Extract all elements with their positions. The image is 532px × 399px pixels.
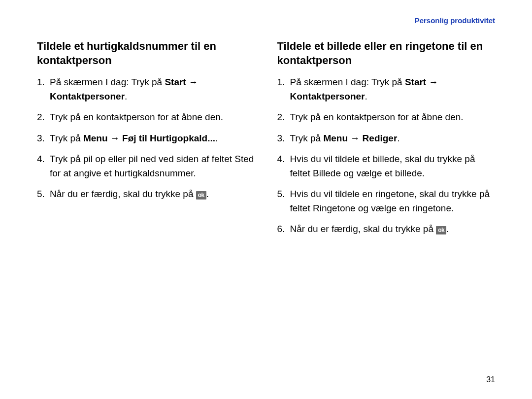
step-text: Tryk på pil op eller pil ned ved siden a… — [50, 154, 254, 178]
right-steps: 1. På skærmen I dag: Tryk på Start → Kon… — [277, 75, 498, 236]
list-item: 5. Når du er færdig, skal du trykke på o… — [37, 187, 258, 201]
step-number: 3. — [277, 132, 285, 146]
list-item: 1. På skærmen I dag: Tryk på Start → Kon… — [277, 75, 498, 103]
step-text: Hvis du vil tildele et billede, skal du … — [290, 154, 475, 178]
arrow-icon: → — [426, 77, 438, 87]
list-item: 1. På skærmen I dag: Tryk på Start → Kon… — [37, 75, 258, 103]
step-text: . — [397, 133, 399, 143]
step-number: 2. — [277, 110, 285, 125]
list-item: 2. Tryk på en kontaktperson for at åbne … — [277, 110, 498, 125]
step-bold: Føj til Hurtigopkald... — [122, 133, 215, 143]
step-number: 5. — [277, 187, 285, 201]
step-text: . — [206, 189, 209, 199]
content-columns: Tildele et hurtigkaldsnummer til en kont… — [0, 0, 532, 243]
step-text: Når du er færdig, skal du trykke på — [290, 224, 436, 234]
step-text: . — [446, 224, 449, 234]
right-column: Tildele et billede eller en ringetone ti… — [277, 39, 498, 243]
list-item: 3. Tryk på Menu → Rediger. — [277, 132, 498, 146]
step-text: På skærmen I dag: Tryk på — [50, 77, 165, 87]
arrow-icon: → — [186, 77, 198, 87]
list-item: 4. Tryk på pil op eller pil ned ved side… — [37, 152, 258, 180]
step-bold: Menu — [83, 133, 108, 143]
ok-icon: ok — [196, 191, 206, 199]
step-bold: Kontaktpersoner — [290, 91, 365, 101]
arrow-icon: → — [108, 133, 123, 143]
step-bold: Menu — [323, 133, 348, 143]
step-text: Tryk på en kontaktperson for at åbne den… — [50, 112, 223, 122]
step-number: 6. — [277, 222, 285, 236]
step-number: 4. — [37, 152, 45, 166]
left-column: Tildele et hurtigkaldsnummer til en kont… — [37, 39, 258, 243]
step-text: Hvis du vil tildele en ringetone, skal d… — [290, 189, 490, 213]
step-text: Tryk på en kontaktperson for at åbne den… — [290, 112, 464, 122]
list-item: 4. Hvis du vil tildele et billede, skal … — [277, 152, 498, 180]
arrow-icon: → — [348, 133, 363, 143]
step-text: Når du er færdig, skal du trykke på — [50, 189, 196, 199]
step-number: 1. — [277, 75, 285, 90]
list-item: 6. Når du er færdig, skal du trykke på o… — [277, 222, 498, 236]
ok-icon: ok — [436, 226, 446, 234]
step-number: 3. — [37, 132, 45, 146]
step-bold: Start — [165, 77, 186, 87]
step-text: . — [215, 133, 218, 143]
step-bold: Rediger — [363, 133, 398, 143]
step-number: 5. — [37, 187, 45, 201]
step-number: 1. — [37, 75, 45, 90]
step-number: 2. — [37, 110, 45, 125]
left-steps: 1. På skærmen I dag: Tryk på Start → Kon… — [37, 75, 258, 201]
list-item: 5. Hvis du vil tildele en ringetone, ska… — [277, 187, 498, 215]
step-text: . — [125, 91, 127, 101]
page-number: 31 — [486, 375, 495, 384]
step-bold: Kontaktpersoner — [50, 91, 125, 101]
list-item: 2. Tryk på en kontaktperson for at åbne … — [37, 110, 258, 125]
list-item: 3. Tryk på Menu → Føj til Hurtigopkald..… — [37, 132, 258, 146]
step-text: Tryk på — [50, 133, 83, 143]
step-bold: Start — [405, 77, 426, 87]
step-number: 4. — [277, 152, 285, 166]
right-heading: Tildele et billede eller en ringetone ti… — [277, 39, 498, 67]
left-heading: Tildele et hurtigkaldsnummer til en kont… — [37, 39, 258, 67]
section-label: Personlig produktivitet — [415, 16, 495, 25]
step-text: . — [365, 91, 367, 101]
step-text: Tryk på — [290, 133, 324, 143]
step-text: På skærmen I dag: Tryk på — [290, 77, 405, 87]
